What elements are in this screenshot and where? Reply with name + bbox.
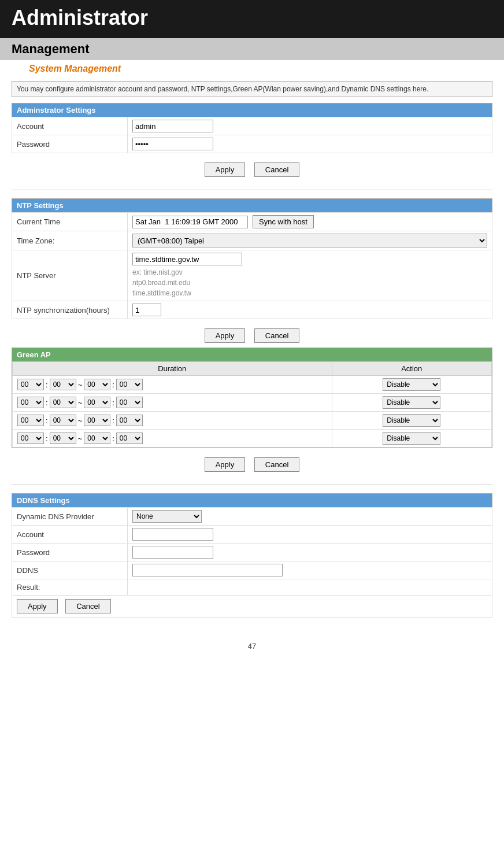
green-ap-duration-1: 00 : 00 ~ 00 : 00 <box>13 376 332 394</box>
duration-h1-select-2[interactable]: 00 <box>17 397 44 408</box>
duration-h1-select-4[interactable]: 00 <box>17 432 44 444</box>
description-box: You may configure administrator account … <box>12 81 492 97</box>
duration-m1-select-1[interactable]: 00 <box>50 379 76 390</box>
duration-h2-select-3[interactable]: 00 <box>84 415 110 426</box>
green-ap-action-4: Disable <box>332 430 491 448</box>
action-select-2[interactable]: Disable <box>383 396 440 409</box>
ddns-provider-label: Dynamic DNS Provider <box>12 508 128 526</box>
ddns-apply-button[interactable]: Apply <box>17 599 58 613</box>
green-ap-duration-3: 00 : 00 ~ 00 : 00 <box>13 412 332 430</box>
green-ap-action-1: Disable <box>332 376 491 394</box>
account-input[interactable] <box>132 120 213 132</box>
green-ap-duration-4: 00 : 00 ~ 00 : 00 <box>13 430 332 448</box>
ntp-sync-label: NTP synchronization(hours) <box>12 301 128 319</box>
system-management-subtitle: System Management <box>0 60 504 76</box>
time-zone-select[interactable]: (GMT+08:00) Taipei <box>132 234 487 247</box>
ddns-result-value-cell <box>128 579 492 596</box>
action-col-header: Action <box>332 362 491 376</box>
green-ap-inner-table: Duration Action 00 : 00 ~ 00 : <box>12 361 492 448</box>
account-value-cell <box>128 117 492 135</box>
green-ap-apply-button[interactable]: Apply <box>205 457 246 472</box>
ddns-value-cell <box>128 561 492 579</box>
admin-apply-button[interactable]: Apply <box>205 162 246 177</box>
admin-settings-table: Adminstrator Settings Account Password <box>12 103 492 153</box>
ddns-account-input[interactable] <box>132 528 213 541</box>
admin-cancel-button[interactable]: Cancel <box>254 162 299 177</box>
green-ap-action-3: Disable <box>332 412 491 430</box>
green-ap-row-1: 00 : 00 ~ 00 : 00 Disable <box>13 376 492 394</box>
ntp-btn-row: Apply Cancel <box>12 324 492 348</box>
duration-m2-select-3[interactable]: 00 <box>116 415 143 426</box>
ddns-input[interactable] <box>132 564 283 576</box>
green-ap-row-3: 00 : 00 ~ 00 : 00 Disable <box>13 412 492 430</box>
action-select-1[interactable]: Disable <box>383 378 440 391</box>
password-input[interactable] <box>132 138 213 150</box>
green-ap-cancel-button[interactable]: Cancel <box>254 457 299 472</box>
ntp-server-value-cell: ex: time.nist.gov ntp0.broad.mit.edu tim… <box>128 250 492 301</box>
password-label: Password <box>12 135 128 153</box>
ddns-settings-table: DDNS Settings Dynamic DNS Provider None … <box>12 493 492 618</box>
current-time-input[interactable] <box>132 216 248 228</box>
management-bar: Management <box>0 38 504 60</box>
duration-m1-select-3[interactable]: 00 <box>50 415 76 426</box>
duration-m1-select-4[interactable]: 00 <box>50 432 76 444</box>
duration-h2-select-4[interactable]: 00 <box>84 432 110 444</box>
ddns-settings-header: DDNS Settings <box>12 494 492 508</box>
green-ap-row-4: 00 : 00 ~ 00 : 00 Disable <box>13 430 492 448</box>
duration-h2-select-1[interactable]: 00 <box>84 379 110 390</box>
action-select-4[interactable]: Disable <box>383 432 440 445</box>
action-select-3[interactable]: Disable <box>383 414 440 427</box>
ntp-settings-table: NTP Settings Current Time Sync with host… <box>12 198 492 319</box>
ddns-label: DDNS <box>12 561 128 579</box>
time-zone-label: Time Zone: <box>12 231 128 250</box>
page-title: Administrator <box>12 6 492 30</box>
green-ap-inner-cell: Duration Action 00 : 00 ~ 00 : <box>12 361 492 448</box>
duration-m2-select-4[interactable]: 00 <box>116 432 143 444</box>
duration-row-3: 00 : 00 ~ 00 : 00 <box>17 415 327 426</box>
sync-with-host-button[interactable]: Sync with host <box>253 215 314 228</box>
main-content: Adminstrator Settings Account Password A… <box>0 103 504 634</box>
ntp-sync-input[interactable] <box>132 304 161 316</box>
ddns-password-input[interactable] <box>132 546 213 559</box>
admin-settings-header: Adminstrator Settings <box>12 103 492 117</box>
green-ap-table: Green AP Duration Action 00 : 00 <box>12 348 492 448</box>
account-label: Account <box>12 117 128 135</box>
green-ap-action-2: Disable <box>332 394 491 412</box>
duration-h1-select-3[interactable]: 00 <box>17 415 44 426</box>
page-header: Administrator <box>0 0 504 38</box>
ddns-cancel-button[interactable]: Cancel <box>65 599 110 613</box>
green-ap-row-2: 00 : 00 ~ 00 : 00 Disable <box>13 394 492 412</box>
duration-row-2: 00 : 00 ~ 00 : 00 <box>17 397 327 408</box>
page-number: 47 <box>0 634 504 655</box>
ntp-sync-value-cell <box>128 301 492 319</box>
ddns-provider-select[interactable]: None <box>132 510 202 523</box>
current-time-value-cell: Sync with host <box>128 213 492 231</box>
ntp-server-input[interactable] <box>132 253 242 265</box>
ddns-password-label: Password <box>12 544 128 561</box>
ntp-settings-header: NTP Settings <box>12 199 492 213</box>
ntp-server-label: NTP Server <box>12 250 128 301</box>
duration-row-1: 00 : 00 ~ 00 : 00 <box>17 379 327 390</box>
green-ap-header: Green AP <box>12 348 492 362</box>
ddns-btn-cell: Apply Cancel <box>12 596 492 618</box>
divider-1 <box>12 190 492 190</box>
duration-row-4: 00 : 00 ~ 00 : 00 <box>17 432 327 444</box>
ddns-account-label: Account <box>12 526 128 544</box>
divider-2 <box>12 485 492 485</box>
duration-h2-select-2[interactable]: 00 <box>84 397 110 408</box>
duration-col-header: Duration <box>13 362 332 376</box>
admin-btn-row: Apply Cancel <box>12 158 492 182</box>
ntp-cancel-button[interactable]: Cancel <box>254 328 299 343</box>
ddns-password-value-cell <box>128 544 492 561</box>
current-time-container: Sync with host <box>132 215 487 228</box>
management-title: Management <box>12 42 492 57</box>
duration-m2-select-2[interactable]: 00 <box>116 397 143 408</box>
duration-m1-select-2[interactable]: 00 <box>50 397 76 408</box>
duration-h1-select-1[interactable]: 00 <box>17 379 44 390</box>
ntp-apply-button[interactable]: Apply <box>205 328 246 343</box>
ddns-result-label: Result: <box>12 579 128 596</box>
ddns-account-value-cell <box>128 526 492 544</box>
duration-m2-select-1[interactable]: 00 <box>116 379 143 390</box>
ntp-server-hint: ex: time.nist.gov ntp0.broad.mit.edu tim… <box>132 267 487 298</box>
current-time-label: Current Time <box>12 213 128 231</box>
